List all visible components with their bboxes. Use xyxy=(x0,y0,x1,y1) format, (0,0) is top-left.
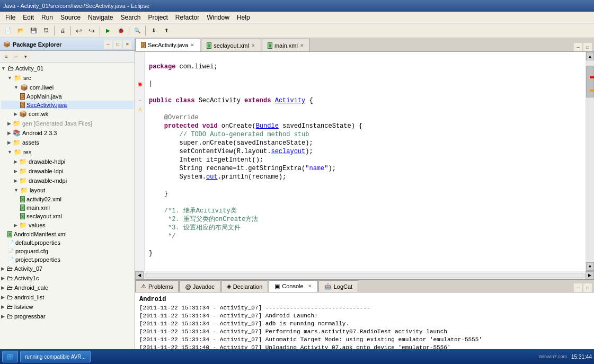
tree-assets[interactable]: ▶ 📁 assets xyxy=(1,138,134,147)
tab-declaration[interactable]: ◈ Declaration xyxy=(221,280,269,292)
tree-res[interactable]: ▼ 📁 res xyxy=(1,147,134,157)
tree-gen[interactable]: ▶ 📁 gen [Generated Java Files] xyxy=(1,119,134,128)
pe-menu[interactable]: ▾ xyxy=(21,52,30,61)
tree-label-seclayoutxml: seclayout.xml xyxy=(26,213,62,219)
scrollbar-down[interactable]: ▼ xyxy=(586,262,594,271)
pe-collapse-all[interactable]: ≡ xyxy=(2,52,11,61)
tree-drawable-mdpi[interactable]: ▶ 📁 drawable-mdpi xyxy=(1,176,134,185)
bottom-minimize[interactable]: ─ xyxy=(574,283,582,292)
tree-android233[interactable]: ▶ 📚 Android 2.3.3 xyxy=(1,128,134,138)
tree-android-calc[interactable]: ▶ 🗁 Android_calc xyxy=(1,283,134,292)
scrollbar-thumb[interactable] xyxy=(586,66,594,97)
menu-project[interactable]: Project xyxy=(145,13,171,22)
h-scroll-left[interactable]: ◀ xyxy=(135,271,144,280)
tree-progressbar[interactable]: ▶ 🗁 progressbar xyxy=(1,312,134,321)
print-button[interactable]: 🖨 xyxy=(57,25,68,37)
tab-main-xml[interactable]: x main.xml ✕ xyxy=(262,39,310,51)
expand-icon: ▶ xyxy=(14,111,17,117)
undo-button[interactable]: ↩ xyxy=(73,25,85,37)
tree-activity07[interactable]: ▶ 🗁 Activity_07 xyxy=(1,264,134,273)
project-icon-list: 🗁 xyxy=(6,294,13,301)
tree-defaultprops[interactable]: 📄 default.properties xyxy=(1,238,134,247)
tree-com-liwei[interactable]: ▼ 📦 com.liwei xyxy=(1,83,134,92)
pe-maximize[interactable]: □ xyxy=(113,40,122,49)
tree-label-gen: gen [Generated Java Files] xyxy=(22,120,92,127)
tab-close-secactivity[interactable]: ✕ xyxy=(190,42,194,48)
project-icon-progressbar: 🗁 xyxy=(6,313,13,320)
run-button[interactable]: ▶ xyxy=(102,25,114,37)
redo-button[interactable]: ↪ xyxy=(86,25,97,37)
tree-values[interactable]: ▶ 📁 values xyxy=(1,220,134,230)
menu-run[interactable]: Run xyxy=(38,13,56,22)
src-folder-icon: 📁 xyxy=(14,74,22,82)
tree-proguard[interactable]: 📄 proguard.cfg xyxy=(1,247,134,255)
tab-close-seclayout[interactable]: ✕ xyxy=(251,43,255,48)
pe-close[interactable]: ✕ xyxy=(123,40,131,49)
tab-secactivity-java[interactable]: J SecActivity.java ✕ xyxy=(135,39,200,51)
menu-source[interactable]: Source xyxy=(57,13,84,22)
gutter-line-2 xyxy=(135,63,145,71)
tree-android-list[interactable]: ▶ 🗁 android_list xyxy=(1,292,134,302)
gutter-line-5 xyxy=(135,88,145,96)
open-button[interactable]: 📂 xyxy=(15,25,26,37)
bottom-maximize[interactable]: □ xyxy=(583,283,592,292)
tree-layout[interactable]: ▼ 📁 layout xyxy=(1,185,134,195)
tree-src[interactable]: ▼ 📁 src xyxy=(1,73,134,83)
tree-seclayoutxml[interactable]: x seclayout.xml xyxy=(1,212,134,220)
new-button[interactable]: 📄 xyxy=(2,25,14,37)
scrollbar-track[interactable] xyxy=(586,60,594,262)
tab-javadoc[interactable]: @ Javadoc xyxy=(179,280,220,292)
tab-problems[interactable]: ⚠ Problems xyxy=(135,280,179,292)
pe-minimize[interactable]: ─ xyxy=(104,40,112,49)
tab-java-icon: J xyxy=(141,42,146,48)
tab-close-mainxml[interactable]: ✕ xyxy=(300,43,304,48)
next-annotation[interactable]: ⬇ xyxy=(148,25,159,37)
tree-androidmanifest[interactable]: x AndroidManifest.xml xyxy=(1,230,134,238)
menu-navigate[interactable]: Navigate xyxy=(85,13,116,22)
editor-scrollbar-horizontal[interactable]: ◀ ▶ xyxy=(135,271,594,279)
menu-help[interactable]: Help xyxy=(234,13,253,22)
tree-drawable-ldpi[interactable]: ▶ 📁 drawable-ldpi xyxy=(1,166,134,176)
tab-console[interactable]: ▣ Console ✕ xyxy=(269,280,317,292)
h-scroll-track[interactable] xyxy=(145,273,584,278)
menu-file[interactable]: File xyxy=(2,13,19,22)
scrollbar-up[interactable]: ▲ xyxy=(586,52,594,60)
tree-com-wk[interactable]: ▶ 📦 com.wk xyxy=(1,109,134,119)
pe-link-editor[interactable]: ↔ xyxy=(12,52,20,61)
tree-activity01[interactable]: ▼ 🗁 Activity_01 xyxy=(1,64,134,73)
save-all-button[interactable]: 🖫 xyxy=(40,25,52,37)
console-close[interactable]: ✕ xyxy=(308,283,312,289)
start-button[interactable]: ⊞ xyxy=(2,351,18,362)
tree-projectprops[interactable]: 📄 project.properties xyxy=(1,255,134,264)
code-text[interactable]: package com.liwei; | public class SecAct… xyxy=(145,52,586,271)
h-scroll-right[interactable]: ▶ xyxy=(586,271,594,280)
console-icon: ▣ xyxy=(274,283,280,290)
tree-secactivity[interactable]: J SecActivity.java xyxy=(1,101,134,109)
editor-maximize[interactable]: □ xyxy=(583,43,592,51)
tree-listview[interactable]: ▶ 🗁 listview xyxy=(1,302,134,312)
debug-button[interactable]: 🐞 xyxy=(115,25,127,37)
tree-activity1c[interactable]: ▶ 🗁 Activity1c xyxy=(1,273,134,283)
taskbar-eclipse-item[interactable]: running compatible AVR... xyxy=(20,351,91,362)
expand-icon: ▼ xyxy=(1,66,6,71)
search-button[interactable]: 🔍 xyxy=(131,25,143,37)
warning-marker-1 xyxy=(590,90,594,92)
gutter-line-9 xyxy=(135,122,145,130)
console-line-3: [2011-11-22 15:31:34 - Activity_07] adb … xyxy=(139,320,590,328)
save-button[interactable]: 💾 xyxy=(28,25,39,37)
tab-logcat[interactable]: 🤖 LogCat xyxy=(318,280,358,292)
menu-window[interactable]: Window xyxy=(203,13,233,22)
tab-seclayout-xml[interactable]: x seclayout.xml ✕ xyxy=(201,39,261,51)
toolbar: 📄 📂 💾 🖫 🖨 ↩ ↪ ▶ 🐞 🔍 ⬇ ⬆ xyxy=(0,23,594,38)
editor-minimize[interactable]: ─ xyxy=(574,43,582,51)
menu-edit[interactable]: Edit xyxy=(20,13,37,22)
menu-search[interactable]: Search xyxy=(117,13,144,22)
tree-drawable-hdpi[interactable]: ▶ 📁 drawable-hdpi xyxy=(1,157,134,166)
tree-appmain[interactable]: J AppMain.java xyxy=(1,92,134,101)
tree-activity02xml[interactable]: x activity02.xml xyxy=(1,195,134,203)
editor-scrollbar-vertical[interactable]: ▲ ▼ xyxy=(586,52,594,271)
menu-refactor[interactable]: Refactor xyxy=(172,13,202,22)
tree-label-listview: listview xyxy=(14,304,33,310)
tree-mainxml[interactable]: x main.xml xyxy=(1,203,134,212)
prev-annotation[interactable]: ⬆ xyxy=(161,25,172,37)
